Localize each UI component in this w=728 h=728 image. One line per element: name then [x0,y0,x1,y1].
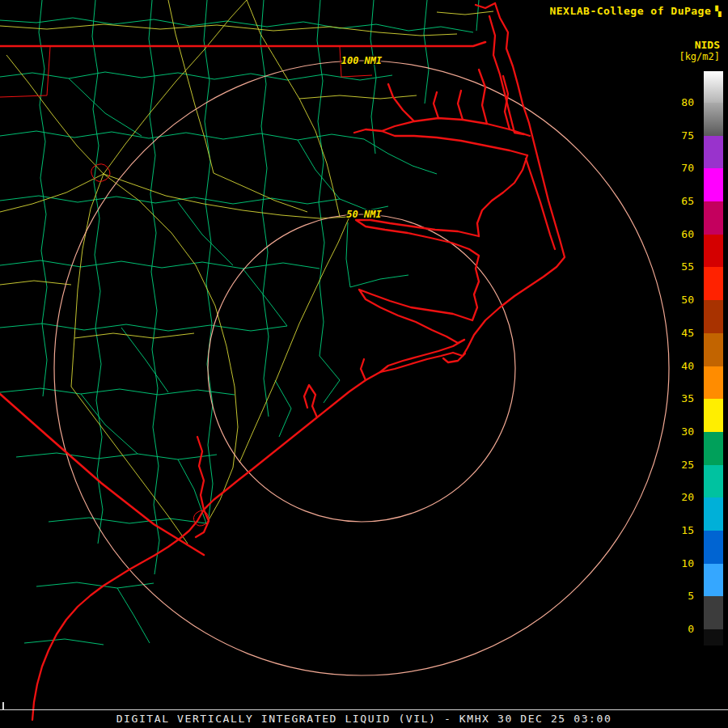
coastal-inlets [304,359,366,417]
colorbar-segment [704,267,723,300]
colorbar-title: NIDS [695,39,720,51]
colorbar-tick-label: 55 [681,261,694,273]
colorbar-tick-label: 35 [681,393,694,404]
range-ring-label-100: 100 NMI [341,55,383,66]
range-ring-label-50: 50 NMI [346,209,381,220]
county-lines-horizontal [0,18,473,645]
coastline-main [32,3,565,720]
colorbar-segment [704,333,723,366]
pamlico-river [356,220,479,320]
outer-banks-inner-shore [476,3,555,249]
road-network [0,0,493,544]
colorbar-tick-label: 15 [681,525,694,536]
colorbar-segment [704,432,723,465]
colorbar-segment [704,564,723,597]
colorbar-segment [704,300,723,333]
colorbar-segments [704,71,723,645]
footer-divider [0,709,728,710]
colorbar-segment [704,596,723,629]
footer-divider-tick [2,702,4,710]
pamlico-sound-west-shore [477,155,527,236]
brand-text: NEXLAB-College of DuPage [549,5,711,17]
colorbar-segment [704,136,723,169]
colorbar-segment [704,399,723,432]
colorbar-tick-label: 45 [681,328,694,339]
roads-layer [0,0,493,544]
colorbar-segment [704,531,723,564]
colorbar-segment [704,629,723,645]
city-outline-loops [91,164,209,526]
colorbar-units: [kg/m2] [679,51,720,62]
county-lines-vertical [39,0,479,574]
header: NEXLAB-College of DuPage▚ [549,5,722,17]
colorbar-tick-label: 10 [681,558,694,569]
colorbar-tick-label: 80 [681,97,694,108]
neuse-river [359,290,472,343]
colorbar-segment [704,103,723,136]
colorbar-tick-label: 5 [688,590,694,602]
colorbar-tick-label: 25 [681,459,694,471]
colorbar-tick-label: 70 [681,163,694,174]
albemarle-river-arms [354,70,510,133]
radar-map [0,0,728,728]
nexlab-logo-icon: ▚ [715,6,722,16]
radar-display: NEXLAB-College of DuPage▚ NIDS [kg/m2] 8… [0,0,728,728]
colorbar-tick-label: 50 [681,294,694,306]
colorbar-segment [704,235,723,268]
colorbar-tick-label: 20 [681,492,694,503]
footer-caption: DIGITAL VERTICALLY INTEGRATED LIQUID (VI… [0,713,728,725]
colorbar-tick-label: 0 [688,624,694,635]
state-border-north [0,42,485,46]
county-lines-diagonal [69,78,437,643]
colorbar-tick-label: 40 [681,361,694,372]
coastline-layer [32,3,565,720]
colorbar-tick-label: 65 [681,196,694,207]
colorbar-segment [704,366,723,400]
colorbar-tick-label: 60 [681,229,694,240]
bogue-sound-inner-shore [380,340,464,372]
colorbar-segment [704,465,723,498]
colorbar-segment [704,497,723,531]
colorbar-tick-label: 75 [681,130,694,142]
colorbar-segment [704,71,723,103]
colorbar-segment [704,168,723,201]
state-border-south [0,394,204,555]
colorbar-segment [704,201,723,235]
colorbar-tick-label: 30 [681,426,694,438]
